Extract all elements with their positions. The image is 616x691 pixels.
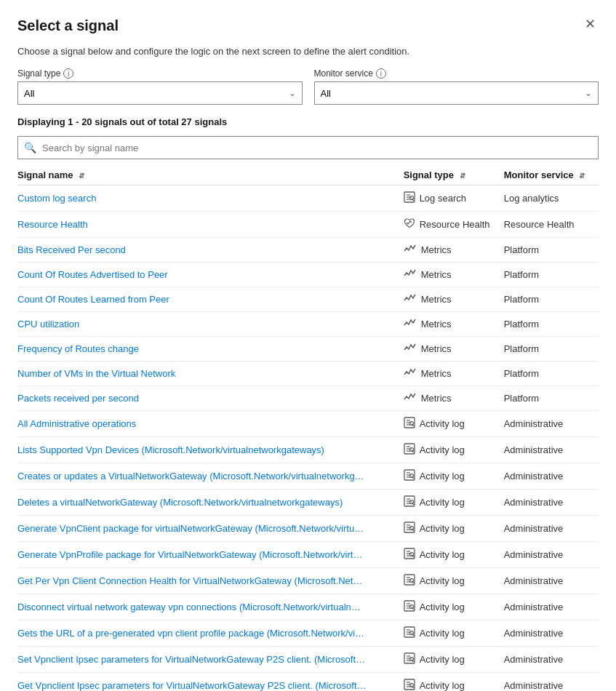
metrics-icon	[404, 343, 417, 355]
table-row: Creates or updates a VirtualNetworkGatew…	[17, 463, 599, 490]
activity-log-icon	[404, 191, 415, 205]
metrics-icon	[404, 367, 417, 380]
signal-name-link[interactable]: Lists Supported Vpn Devices (Microsoft.N…	[17, 444, 324, 455]
monitor-service-cell: Platform	[504, 287, 599, 312]
monitor-service-cell: Platform	[504, 312, 599, 337]
search-input[interactable]	[42, 143, 592, 153]
col-signal-type: Signal type ⇵	[404, 165, 504, 185]
monitor-service-cell: Platform	[504, 238, 599, 263]
activity-log-icon	[404, 469, 415, 483]
table-header-row: Signal name ⇵ Signal type ⇵ Monitor serv…	[17, 165, 599, 185]
monitor-service-cell: Administrative	[504, 647, 599, 673]
monitor-service-cell: Platform	[504, 362, 599, 386]
signal-type-text: Metrics	[421, 294, 452, 305]
signal-type-select[interactable]: All Metrics Log search Activity log Reso…	[18, 82, 302, 104]
activity-log-icon	[404, 679, 415, 691]
metrics-icon	[404, 318, 417, 330]
signal-type-text: Activity log	[420, 654, 465, 665]
signal-name-link[interactable]: Set Vpnclient Ipsec parameters for Virtu…	[17, 654, 365, 665]
col-monitor-service: Monitor service ⇵	[504, 165, 599, 185]
signal-type-text: Activity log	[420, 575, 465, 586]
signal-type-text: Activity log	[420, 549, 465, 560]
search-wrapper[interactable]: 🔍	[17, 136, 599, 159]
close-button[interactable]: ✕	[582, 17, 599, 31]
signal-type-label: Signal type i	[17, 68, 303, 79]
signal-name-link[interactable]: Get Vpnclient Ipsec parameters for Virtu…	[17, 680, 367, 691]
table-row: CPU utilization MetricsPlatform	[17, 312, 599, 337]
table-row: Set Vpnclient Ipsec parameters for Virtu…	[17, 647, 599, 673]
activity-log-icon	[404, 522, 415, 535]
metrics-icon	[404, 392, 417, 404]
signal-type-text: Activity log	[420, 418, 465, 429]
monitor-service-cell: Administrative	[504, 516, 599, 542]
monitor-service-cell: Administrative	[504, 594, 599, 620]
table-row: Generate VpnProfile package for VirtualN…	[17, 542, 599, 568]
signal-type-text: Metrics	[421, 343, 452, 354]
signal-type-group: Signal type i All Metrics Log search Act…	[17, 68, 303, 105]
signal-name-link[interactable]: Custom log search	[17, 193, 96, 204]
signal-name-link[interactable]: Frequency of Routes change	[17, 343, 139, 354]
signal-type-text: Activity log	[420, 602, 465, 612]
monitor-service-cell: Administrative	[504, 490, 599, 516]
signal-type-text: Metrics	[421, 319, 452, 329]
description: Choose a signal below and configure the …	[17, 46, 599, 57]
signal-name-link[interactable]: Number of VMs in the Virtual Network	[17, 368, 175, 379]
signal-name-link[interactable]: Get Per Vpn Client Connection Health for…	[17, 575, 362, 586]
table-row: Number of VMs in the Virtual Network Met…	[17, 362, 599, 386]
signal-type-text: Metrics	[421, 393, 452, 404]
signal-name-link[interactable]: Gets the URL of a pre-generated vpn clie…	[17, 628, 364, 639]
signal-type-text: Activity log	[420, 444, 465, 455]
monitor-service-label: Monitor service i	[314, 68, 599, 79]
signal-type-select-wrapper[interactable]: All Metrics Log search Activity log Reso…	[17, 81, 303, 105]
signal-type-sort-icon[interactable]: ⇵	[460, 172, 465, 180]
monitor-service-sort-icon[interactable]: ⇵	[579, 172, 585, 180]
signal-type-text: Metrics	[421, 269, 452, 280]
signal-type-text: Metrics	[421, 368, 452, 379]
monitor-service-cell: Administrative	[504, 620, 599, 647]
signal-type-text: Resource Health	[420, 219, 490, 230]
signal-name-link[interactable]: Generate VpnClient package for virtualNe…	[17, 523, 364, 534]
signal-name-link[interactable]: Resource Health	[17, 219, 88, 230]
signal-name-link[interactable]: Deletes a virtualNetworkGateway (Microso…	[17, 497, 343, 508]
monitor-service-cell: Administrative	[504, 437, 599, 463]
table-row: Generate VpnClient package for virtualNe…	[17, 516, 599, 542]
activity-log-icon	[404, 652, 415, 666]
table-row: Bits Received Per second MetricsPlatform	[17, 238, 599, 263]
signal-name-link[interactable]: Count Of Routes Advertised to Peer	[17, 269, 168, 280]
table-row: Gets the URL of a pre-generated vpn clie…	[17, 620, 599, 647]
monitor-service-select-wrapper[interactable]: All Platform Log analytics Resource Heal…	[314, 81, 599, 105]
signal-name-link[interactable]: Disconnect virtual network gateway vpn c…	[17, 602, 361, 612]
activity-log-icon	[404, 417, 415, 431]
signal-type-info-icon[interactable]: i	[63, 68, 73, 79]
monitor-service-cell: Resource Health	[504, 212, 599, 238]
monitor-service-cell: Administrative	[504, 463, 599, 490]
signal-type-text: Activity log	[420, 680, 465, 691]
col-signal-name: Signal name ⇵	[17, 165, 404, 185]
table-row: Get Per Vpn Client Connection Health for…	[17, 568, 599, 594]
table-row: Deletes a virtualNetworkGateway (Microso…	[17, 490, 599, 516]
monitor-service-info-icon[interactable]: i	[376, 68, 386, 79]
monitor-service-cell: Log analytics	[504, 185, 599, 212]
signal-name-link[interactable]: Packets received per second	[17, 393, 139, 404]
signal-name-link[interactable]: Bits Received Per second	[17, 244, 126, 255]
monitor-service-cell: Platform	[504, 337, 599, 362]
signal-name-sort-icon[interactable]: ⇵	[79, 172, 84, 180]
signal-name-link[interactable]: Count Of Routes Learned from Peer	[17, 294, 169, 305]
table-row: Custom log search Log searchLog analytic…	[17, 185, 599, 212]
signal-name-link[interactable]: All Administrative operations	[17, 418, 136, 429]
signal-type-text: Activity log	[420, 497, 465, 508]
signal-name-link[interactable]: Creates or updates a VirtualNetworkGatew…	[17, 471, 364, 482]
signal-type-text: Log search	[420, 193, 466, 204]
signals-table: Signal name ⇵ Signal type ⇵ Monitor serv…	[17, 165, 599, 691]
signal-type-text: Activity log	[420, 628, 465, 639]
monitor-service-cell: Platform	[504, 386, 599, 411]
panel-title: Select a signal	[17, 17, 119, 34]
signal-name-link[interactable]: CPU utilization	[17, 319, 79, 329]
table-row: All Administrative operations Activity l…	[17, 411, 599, 437]
activity-log-icon	[404, 574, 415, 588]
monitor-service-group: Monitor service i All Platform Log analy…	[314, 68, 599, 105]
table-row: Frequency of Routes change MetricsPlatfo…	[17, 337, 599, 362]
activity-log-icon	[404, 495, 415, 509]
monitor-service-select[interactable]: All Platform Log analytics Resource Heal…	[315, 82, 599, 104]
signal-name-link[interactable]: Generate VpnProfile package for VirtualN…	[17, 549, 362, 560]
